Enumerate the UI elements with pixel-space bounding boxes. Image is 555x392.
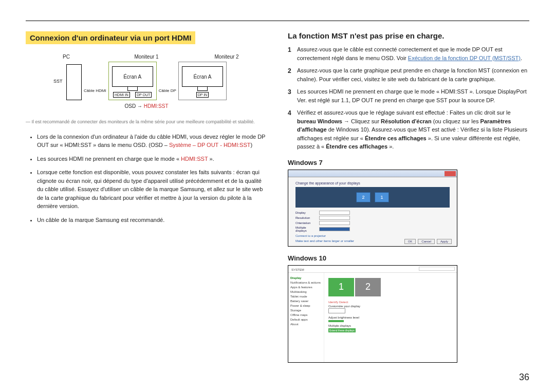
label-pc: PC: [26, 54, 106, 60]
close-icon: [445, 171, 456, 176]
subtitle: La fonction MST n'est pas prise en charg…: [288, 31, 529, 40]
link-dp-out[interactable]: Exécution de la fonction DP OUT (MST/SST…: [408, 55, 521, 61]
monitor-1-icon: 1: [328, 278, 354, 296]
cancel-button: Cancel: [418, 239, 435, 244]
cable-dp-label: Câble DP: [159, 88, 176, 93]
bullet-item: Lorsque cette fonction est disponible, v…: [37, 168, 267, 211]
cable-hdmi-label: Câble HDMI: [84, 88, 106, 93]
bullet-list: Lors de la connexion d'un ordinateur à l…: [26, 133, 267, 225]
win10-screenshot: SYSTEM Display Notifications & actions A…: [288, 265, 457, 363]
bullet-item: Un câble de la marque Samsung est recomm…: [37, 216, 267, 225]
monitor-2-icon: 2: [355, 278, 381, 296]
label-mon1: Moniteur 1: [106, 54, 187, 60]
monitor1-box: Écran A HDMI IN DP OUT: [108, 62, 157, 100]
label-mon2: Moniteur 2: [187, 54, 267, 60]
steps-list: 1 Assurez-vous que le câble est connecté…: [288, 45, 529, 151]
step-item: 4 Vérifiez et assurez-vous que le réglag…: [288, 108, 529, 151]
win7-screenshot: Change the appearance of your displays 2…: [288, 170, 457, 247]
ok-button: OK: [404, 239, 416, 244]
footnote: ― Il est recommandé de connecter des mon…: [26, 119, 267, 125]
osd-note: OSD → HDMI:SST: [26, 103, 267, 109]
dp-in-port: DP IN: [196, 92, 209, 98]
win10-label: Windows 10: [288, 254, 529, 262]
step-item: 3 Les sources HDMI ne prennent en charge…: [288, 87, 529, 104]
section-title: Connexion d'un ordinateur via un port HD…: [26, 31, 195, 44]
bullet-item: Les sources HDMI ne prennent en charge q…: [37, 155, 267, 163]
monitor2-box: Écran A DP IN: [178, 62, 227, 100]
pc-icon: [66, 64, 82, 100]
diagram: PC Moniteur 1 Moniteur 2 SST Câble HDMI …: [26, 49, 267, 114]
monitor-2-icon: 2: [356, 192, 371, 202]
bullet-item: Lors de la connexion d'un ordinateur à l…: [37, 133, 267, 150]
apply-button: Apply: [437, 239, 452, 244]
page-number: 36: [519, 372, 529, 383]
win7-label: Windows 7: [288, 159, 529, 166]
sst-label: SST: [53, 79, 63, 84]
step-item: 2 Assurez-vous que la carte graphique pe…: [288, 66, 529, 83]
monitor-1-icon: 1: [375, 192, 389, 202]
win10-sidebar: Display Notifications & actions Apps & f…: [288, 273, 324, 362]
hdmi-in-port: HDMI IN: [113, 92, 130, 98]
search-icon: [419, 267, 455, 271]
step-item: 1 Assurez-vous que le câble est connecté…: [288, 45, 529, 62]
dp-out-port: DP OUT: [135, 92, 152, 98]
